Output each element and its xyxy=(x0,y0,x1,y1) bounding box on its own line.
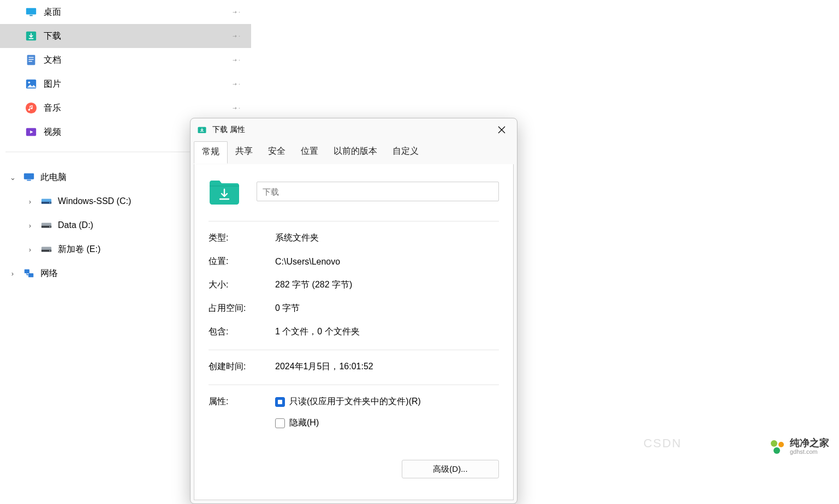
tab-security[interactable]: 安全 xyxy=(260,141,293,164)
advanced-button[interactable]: 高级(D)... xyxy=(402,460,499,478)
hidden-label: 隐藏(H) xyxy=(289,417,319,429)
svg-rect-1 xyxy=(29,15,33,16)
value-type: 系统文件夹 xyxy=(275,232,319,244)
readonly-checkbox[interactable] xyxy=(275,397,285,407)
video-icon xyxy=(25,126,37,138)
tree-label: 新加卷 (E:) xyxy=(58,244,100,255)
brand-subtitle: gdhst.com xyxy=(790,449,829,455)
picture-icon xyxy=(25,78,37,90)
sidebar-item-label: 音乐 xyxy=(44,103,61,114)
tab-body-general: 类型:系统文件夹 位置:C:\Users\Lenovo 大小:282 字节 (2… xyxy=(194,164,514,500)
sidebar-item-downloads[interactable]: 下载 xyxy=(0,24,251,48)
drive-icon xyxy=(40,219,52,231)
svg-point-15 xyxy=(49,202,50,203)
readonly-label: 只读(仅应用于文件夹中的文件)(R) xyxy=(289,396,421,407)
download-icon xyxy=(25,30,37,42)
value-contains: 1 个文件，0 个文件夹 xyxy=(275,326,360,338)
sidebar-item-documents[interactable]: 文档 xyxy=(0,48,251,72)
dialog-titlebar[interactable]: 下载 属性 xyxy=(191,118,517,141)
chevron-down-icon[interactable]: ⌄ xyxy=(8,173,17,182)
value-size-on-disk: 0 字节 xyxy=(275,303,300,314)
label-size: 大小: xyxy=(209,279,275,291)
pin-icon[interactable] xyxy=(233,55,241,65)
download-folder-large-icon xyxy=(209,177,240,206)
watermark-brand: 纯净之家 gdhst.com xyxy=(769,438,829,455)
pin-icon[interactable] xyxy=(233,79,241,89)
desktop-icon xyxy=(25,6,37,18)
close-icon xyxy=(498,126,505,134)
label-attributes: 属性: xyxy=(209,396,275,429)
properties-dialog: 下载 属性 常规 共享 安全 位置 以前的版本 自定义 xyxy=(190,118,517,504)
separator xyxy=(209,350,499,350)
tab-previous-versions[interactable]: 以前的版本 xyxy=(326,141,385,164)
drive-icon xyxy=(40,243,52,255)
svg-point-25 xyxy=(771,440,777,447)
network-icon xyxy=(23,267,35,279)
svg-point-26 xyxy=(778,442,784,447)
label-type: 类型: xyxy=(209,232,275,244)
tab-customize[interactable]: 自定义 xyxy=(385,141,426,164)
svg-rect-5 xyxy=(28,59,33,59)
tree-label: 此电脑 xyxy=(40,172,67,183)
chevron-right-icon[interactable]: › xyxy=(25,221,35,230)
hidden-checkbox[interactable] xyxy=(275,418,285,428)
brand-title: 纯净之家 xyxy=(790,438,829,448)
tab-location[interactable]: 位置 xyxy=(293,141,326,164)
svg-rect-12 xyxy=(27,180,31,181)
value-location: C:\Users\Lenovo xyxy=(275,257,340,267)
svg-point-8 xyxy=(28,81,31,83)
document-icon xyxy=(25,54,37,66)
dialog-tabs: 常规 共享 安全 位置 以前的版本 自定义 xyxy=(191,141,517,164)
label-created: 创建时间: xyxy=(209,361,275,373)
sidebar-item-label: 桌面 xyxy=(44,7,61,18)
pin-icon[interactable] xyxy=(233,31,241,41)
watermark-csdn: CSDN xyxy=(644,436,682,451)
tab-general[interactable]: 常规 xyxy=(194,141,228,164)
dialog-title: 下载 属性 xyxy=(212,125,484,135)
svg-rect-4 xyxy=(28,57,33,58)
value-size: 282 字节 (282 字节) xyxy=(275,279,352,291)
brand-logo-icon xyxy=(769,439,786,455)
folder-name-input[interactable] xyxy=(257,182,499,201)
label-size-on-disk: 占用空间: xyxy=(209,303,275,314)
chevron-right-icon[interactable]: › xyxy=(25,245,35,254)
sidebar-item-label: 文档 xyxy=(44,55,61,66)
sidebar-item-label: 图片 xyxy=(44,79,61,90)
separator xyxy=(209,221,499,221)
svg-rect-23 xyxy=(28,273,33,277)
svg-rect-0 xyxy=(26,8,36,15)
tree-label: 网络 xyxy=(40,268,58,279)
chevron-right-icon[interactable]: › xyxy=(25,197,35,206)
sidebar-item-label: 视频 xyxy=(44,127,61,138)
svg-rect-6 xyxy=(28,61,32,62)
chevron-right-icon[interactable]: › xyxy=(8,269,17,278)
tree-label: Windows-SSD (C:) xyxy=(58,196,131,206)
label-location: 位置: xyxy=(209,256,275,267)
close-button[interactable] xyxy=(490,121,514,139)
pin-icon[interactable] xyxy=(233,7,241,17)
music-icon xyxy=(25,102,37,114)
value-created: 2024年1月5日，16:01:52 xyxy=(275,361,373,373)
sidebar-item-pictures[interactable]: 图片 xyxy=(0,72,251,96)
pin-icon[interactable] xyxy=(233,103,241,113)
svg-point-18 xyxy=(49,226,50,227)
tab-sharing[interactable]: 共享 xyxy=(228,141,260,164)
pc-icon xyxy=(23,171,35,183)
sidebar-item-desktop[interactable]: 桌面 xyxy=(0,0,251,24)
tree-label: Data (D:) xyxy=(58,220,93,230)
svg-rect-22 xyxy=(25,269,29,273)
sidebar-item-music[interactable]: 音乐 xyxy=(0,96,251,120)
svg-rect-3 xyxy=(27,55,35,65)
separator xyxy=(209,385,499,385)
ssd-icon xyxy=(40,195,52,207)
label-contains: 包含: xyxy=(209,326,275,338)
download-folder-icon xyxy=(197,125,207,135)
sidebar-item-label: 下载 xyxy=(44,31,61,42)
svg-point-27 xyxy=(773,447,780,454)
svg-point-21 xyxy=(49,250,50,251)
svg-rect-11 xyxy=(24,173,34,179)
